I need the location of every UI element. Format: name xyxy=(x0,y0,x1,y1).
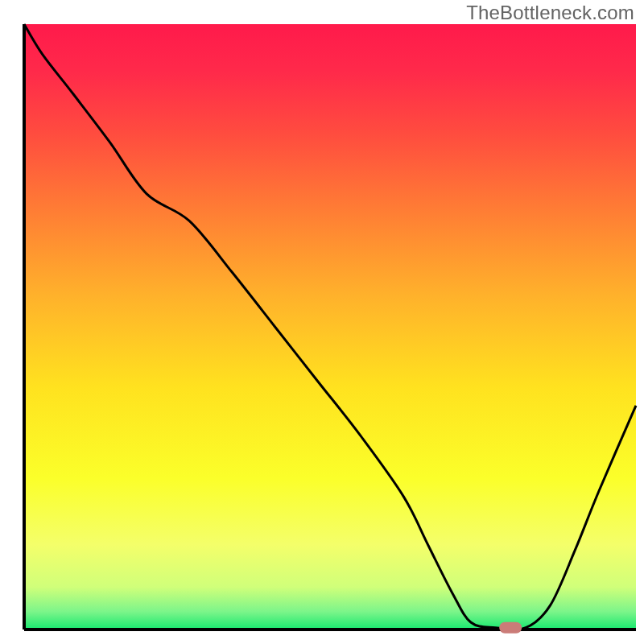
gradient-background xyxy=(24,24,636,630)
chart-stage: TheBottleneck.com xyxy=(0,0,644,644)
chart-svg xyxy=(0,0,644,644)
optimal-marker xyxy=(499,622,522,634)
